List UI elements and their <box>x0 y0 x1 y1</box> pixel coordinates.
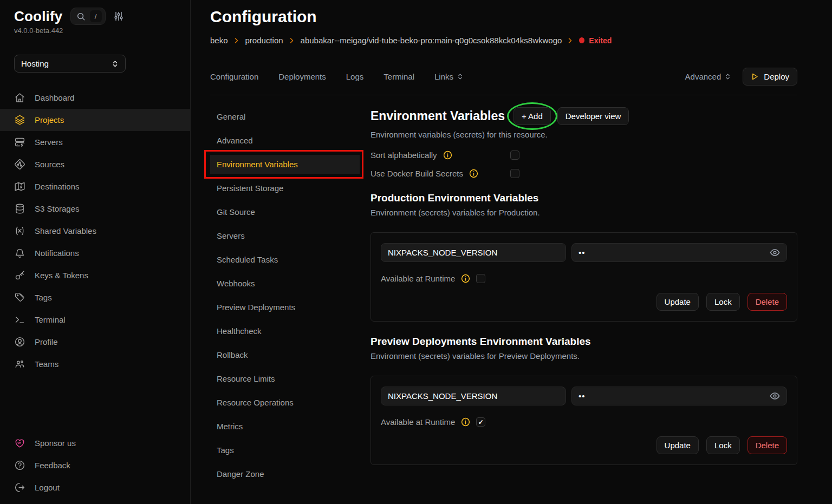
sidebar-item-tags[interactable]: Tags <box>0 286 190 309</box>
sidebar-nav: Dashboard Projects Servers Sources Desti… <box>0 87 190 375</box>
runtime-checkbox[interactable] <box>476 274 485 283</box>
heart-icon <box>14 437 25 449</box>
sort-alphabetically-checkbox[interactable] <box>510 150 519 160</box>
sidebar-item-destinations[interactable]: Destinations <box>0 175 190 198</box>
tab-links[interactable]: Links <box>434 72 463 81</box>
runtime-checkbox[interactable] <box>476 417 485 427</box>
lock-button[interactable]: Lock <box>706 436 740 454</box>
subnav-item-advanced[interactable]: Advanced <box>210 131 360 150</box>
settings-sliders-button[interactable] <box>113 11 124 22</box>
search-button[interactable]: / <box>70 8 106 25</box>
info-icon <box>469 169 478 178</box>
subnav-item-rollback[interactable]: Rollback <box>210 345 360 364</box>
lock-button[interactable]: Lock <box>706 293 740 311</box>
logout-icon <box>14 482 25 493</box>
sidebar-item-label: Projects <box>35 115 64 125</box>
deploy-button[interactable]: Deploy <box>743 68 797 86</box>
sidebar-item-logout[interactable]: Logout <box>0 476 190 499</box>
team-select[interactable]: Hosting <box>14 55 126 73</box>
breadcrumb-team[interactable]: beko <box>210 36 228 45</box>
breadcrumb: beko production abubakar--meigag/vid-tub… <box>210 36 797 45</box>
env-heading: Environment Variables <box>370 109 505 123</box>
sidebar-item-s3-storages[interactable]: S3 Storages <box>0 198 190 220</box>
breadcrumb-resource[interactable]: abubakar--meigag/vid-tube-beko-pro:main-… <box>301 36 562 45</box>
info-icon <box>461 417 470 427</box>
sidebar-item-sponsor[interactable]: Sponsor us <box>0 432 190 454</box>
subnav-item-danger-zone[interactable]: Danger Zone <box>210 464 360 483</box>
env-value-input[interactable] <box>578 248 770 257</box>
sidebar-item-teams[interactable]: Teams <box>0 353 190 375</box>
tab-links-label: Links <box>434 72 453 81</box>
advanced-dropdown-label: Advanced <box>685 72 722 81</box>
chevron-up-down-icon <box>725 73 731 80</box>
subnav-item-resource-operations[interactable]: Resource Operations <box>210 393 360 412</box>
tab-logs[interactable]: Logs <box>346 72 364 81</box>
sidebar-item-dashboard[interactable]: Dashboard <box>0 87 190 109</box>
deploy-button-label: Deploy <box>764 72 789 81</box>
subnav-item-servers[interactable]: Servers <box>210 226 360 245</box>
update-button[interactable]: Update <box>656 436 699 454</box>
subnav-item-label: Environment Variables <box>217 160 298 169</box>
sidebar-item-keys-tokens[interactable]: Keys & Tokens <box>0 264 190 286</box>
chevron-up-down-icon <box>457 73 463 80</box>
sidebar-item-label: Notifications <box>35 248 79 258</box>
home-icon <box>14 92 25 103</box>
tab-configuration[interactable]: Configuration <box>210 72 258 81</box>
chevron-right-icon <box>234 37 239 44</box>
env-name-input[interactable] <box>381 243 566 262</box>
sidebar: Coolify / v4.0.0-beta.442 Hosting <box>0 0 191 504</box>
subnav-item-resource-limits[interactable]: Resource Limits <box>210 369 360 388</box>
subnav-item-scheduled-tasks[interactable]: Scheduled Tasks <box>210 250 360 269</box>
env-name-input[interactable] <box>381 387 566 405</box>
status-dot <box>579 37 584 43</box>
tab-deployments[interactable]: Deployments <box>278 72 326 81</box>
subnav-item-preview-deployments[interactable]: Preview Deployments <box>210 298 360 317</box>
database-icon <box>14 203 25 214</box>
developer-view-button[interactable]: Developer view <box>557 107 629 125</box>
section-title-production: Production Environment Variables <box>370 192 797 204</box>
tab-terminal[interactable]: Terminal <box>384 72 414 81</box>
search-shortcut-key: / <box>90 10 102 22</box>
git-source-icon <box>14 159 25 170</box>
sidebar-item-label: Sponsor us <box>35 438 76 448</box>
sidebar-item-shared-variables[interactable]: Shared Variables <box>0 220 190 242</box>
sidebar-item-servers[interactable]: Servers <box>0 131 190 153</box>
chevron-right-icon <box>289 37 295 44</box>
delete-button[interactable]: Delete <box>748 436 787 454</box>
sidebar-item-feedback[interactable]: Feedback <box>0 454 190 476</box>
subnav-item-tags[interactable]: Tags <box>210 441 360 460</box>
docker-build-secrets-checkbox[interactable] <box>510 169 519 178</box>
subnav-item-environment-variables[interactable]: Environment Variables <box>210 155 360 174</box>
sidebar-item-label: Dashboard <box>35 93 74 102</box>
map-icon <box>14 181 25 192</box>
variable-icon <box>14 225 25 237</box>
env-variables-panel: Environment Variables + Add Developer vi… <box>370 107 797 488</box>
delete-button[interactable]: Delete <box>748 293 787 311</box>
sidebar-item-sources[interactable]: Sources <box>0 153 190 175</box>
update-button[interactable]: Update <box>656 293 699 311</box>
subnav-item-general[interactable]: General <box>210 107 360 126</box>
sidebar-item-terminal[interactable]: Terminal <box>0 309 190 331</box>
runtime-label: Available at Runtime <box>381 417 455 427</box>
sidebar-item-projects[interactable]: Projects <box>0 109 190 131</box>
subnav-item-metrics[interactable]: Metrics <box>210 417 360 436</box>
sidebar-item-label: Teams <box>35 359 58 369</box>
option-docker-build-secrets: Use Docker Build Secrets <box>370 169 797 178</box>
advanced-dropdown[interactable]: Advanced <box>685 72 731 81</box>
terminal-icon <box>14 314 25 325</box>
eye-icon[interactable] <box>770 247 780 258</box>
sidebar-item-notifications[interactable]: Notifications <box>0 242 190 264</box>
subnav-item-git-source[interactable]: Git Source <box>210 202 360 221</box>
subnav-item-healthcheck[interactable]: Healthcheck <box>210 322 360 341</box>
subnav-item-persistent-storage[interactable]: Persistent Storage <box>210 179 360 198</box>
server-icon <box>14 136 25 148</box>
eye-icon[interactable] <box>770 391 780 401</box>
page-title: Configuration <box>210 8 797 26</box>
team-icon <box>14 358 25 370</box>
sidebar-item-profile[interactable]: Profile <box>0 331 190 353</box>
env-value-input[interactable] <box>578 391 770 401</box>
chevron-right-icon <box>568 37 573 44</box>
breadcrumb-environment[interactable]: production <box>245 36 283 45</box>
subnav-item-webhooks[interactable]: Webhooks <box>210 274 360 293</box>
add-env-variable-button[interactable]: + Add <box>514 107 551 125</box>
